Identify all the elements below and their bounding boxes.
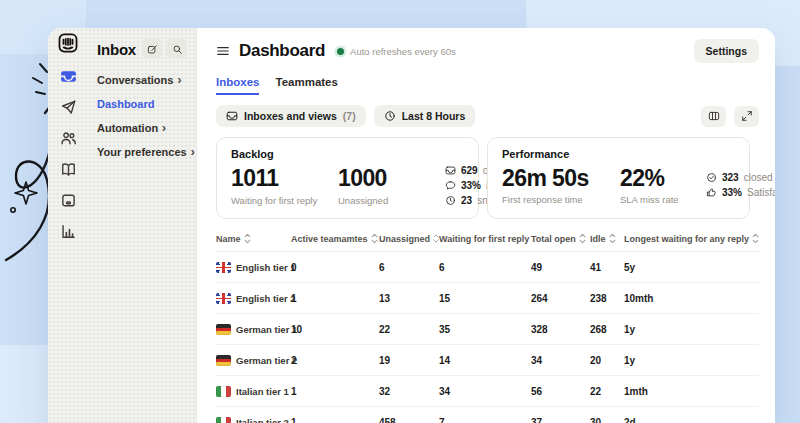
column-header-waiting-for-first-reply[interactable]: Waiting for first reply — [439, 233, 531, 244]
nav-title: Inbox — [97, 41, 136, 58]
people-icon[interactable] — [55, 125, 81, 151]
report-icon[interactable] — [55, 218, 81, 244]
cell-unassigned: 6 — [379, 262, 439, 273]
column-header-active-teamamtes[interactable]: Active teamamtes — [291, 233, 379, 244]
cell-active-teammates: 1 — [291, 386, 379, 397]
stat-sla-miss-rate: 22% SLA miss rate — [620, 165, 706, 205]
columns-button[interactable] — [701, 106, 726, 127]
it-flag-icon — [216, 386, 231, 397]
book-icon[interactable] — [55, 156, 81, 182]
inboxes-views-filter[interactable]: Inboxes and views (7) — [216, 105, 366, 127]
chevron-right-icon: › — [191, 146, 195, 158]
cell-total-open: 56 — [531, 386, 590, 397]
column-header-idle[interactable]: Idle — [590, 233, 624, 244]
chevron-right-icon: › — [177, 74, 181, 86]
cell-idle: 20 — [590, 355, 624, 366]
collapse-sidebar-icon[interactable] — [216, 44, 230, 58]
cell-waiting-for-first-reply: 34 — [439, 386, 531, 397]
time-range-filter[interactable]: Last 8 Hours — [374, 105, 476, 127]
inbox-name: Italian tier 2 — [236, 417, 289, 423]
nav-item-your-preferences[interactable]: Your preferences › — [97, 146, 187, 158]
inbox-nav-panel: Inbox Conversations › Dashboard Automa — [88, 28, 196, 423]
cell-unassigned: 458 — [379, 417, 439, 423]
clock-icon — [384, 110, 396, 122]
cell-idle: 30 — [590, 417, 624, 423]
page-title: Dashboard — [239, 41, 325, 61]
table-row[interactable]: Italian tier 1 1 32 34 56 22 1mth — [216, 376, 759, 407]
stat-closed: 323closed — [706, 172, 775, 183]
expand-button[interactable] — [734, 106, 759, 127]
table-row[interactable]: English tier 2 1 13 15 264 238 10mth — [216, 283, 759, 314]
table-row[interactable]: German tier 1 10 22 35 328 268 1y — [216, 314, 759, 345]
stat-first-response-time: 26m 50s First response time — [502, 165, 620, 205]
inbox-name: German tier 2 — [236, 355, 297, 366]
uk-flag-icon — [216, 262, 231, 273]
table-body: English tier 1 0 6 6 49 41 5y English ti… — [216, 252, 759, 423]
cell-active-teammates: 10 — [291, 324, 379, 335]
cell-longest-waiting: 1y — [624, 324, 759, 335]
table-row[interactable]: Italian tier 2 1 458 7 37 30 2d — [216, 407, 759, 423]
cell-unassigned: 13 — [379, 293, 439, 304]
inbox-icon[interactable] — [55, 63, 81, 89]
cell-idle: 238 — [590, 293, 624, 304]
cell-unassigned: 22 — [379, 324, 439, 335]
chat-bubble-icon — [445, 180, 456, 191]
it-flag-icon — [216, 417, 231, 423]
cell-idle: 41 — [590, 262, 624, 273]
columns-icon — [708, 110, 720, 122]
table-row[interactable]: English tier 1 0 6 6 49 41 5y — [216, 252, 759, 283]
compose-button[interactable] — [142, 39, 162, 59]
inbox-name: English tier 1 — [236, 262, 296, 273]
column-header-total-open[interactable]: Total open — [531, 233, 590, 244]
inbox-name: English tier 2 — [236, 293, 296, 304]
cell-waiting-for-first-reply: 35 — [439, 324, 531, 335]
inbox-icon — [445, 165, 456, 176]
nav-item-automation[interactable]: Automation › — [97, 122, 187, 134]
send-icon[interactable] — [55, 94, 81, 120]
settings-button[interactable]: Settings — [694, 39, 759, 63]
sparkle-doodle — [11, 182, 37, 212]
cell-active-teammates: 2 — [291, 355, 379, 366]
nav-item-dashboard[interactable]: Dashboard — [97, 98, 187, 110]
cell-unassigned: 32 — [379, 386, 439, 397]
cell-active-teammates: 1 — [291, 293, 379, 304]
tab-inboxes[interactable]: Inboxes — [216, 76, 259, 95]
sidebar: Inbox Conversations › Dashboard Automa — [48, 28, 196, 423]
cell-total-open: 328 — [531, 324, 590, 335]
cell-longest-waiting: 10mth — [624, 293, 759, 304]
main-content: Dashboard Auto refreshes every 60s Setti… — [196, 28, 775, 423]
card-title: Performance — [502, 148, 735, 160]
chevron-right-icon: › — [162, 122, 166, 134]
column-header-name[interactable]: Name — [216, 233, 291, 244]
column-header-unassigned[interactable]: Unassigned — [379, 233, 439, 244]
de-flag-icon — [216, 355, 231, 366]
card-title: Backlog — [231, 148, 464, 160]
sort-icon — [244, 233, 251, 244]
thumbs-up-icon — [706, 187, 717, 198]
cell-total-open: 264 — [531, 293, 590, 304]
table-row[interactable]: German tier 2 2 19 14 34 20 1y — [216, 345, 759, 376]
table-header-row: NameActive teamamtesUnassignedWaiting fo… — [216, 229, 759, 252]
cell-unassigned: 19 — [379, 355, 439, 366]
nav-item-conversations[interactable]: Conversations › — [97, 74, 187, 86]
cell-waiting-for-first-reply: 15 — [439, 293, 531, 304]
cell-total-open: 37 — [531, 417, 590, 423]
sort-icon — [371, 233, 378, 244]
sort-icon — [579, 233, 586, 244]
auto-refresh-status: Auto refreshes every 60s — [337, 46, 456, 57]
device-icon[interactable] — [55, 187, 81, 213]
cell-waiting-for-first-reply: 7 — [439, 417, 531, 423]
cell-longest-waiting: 2d — [624, 417, 759, 423]
search-button[interactable] — [167, 39, 187, 59]
sort-icon — [609, 233, 616, 244]
tab-teammates[interactable]: Teammates — [275, 76, 337, 95]
status-dot-icon — [337, 48, 344, 55]
inboxes-table: NameActive teamamtesUnassignedWaiting fo… — [216, 229, 759, 423]
filter-bar: Inboxes and views (7) Last 8 Hours — [216, 105, 759, 127]
cell-longest-waiting: 5y — [624, 262, 759, 273]
column-header-longest-waiting-for-any-reply[interactable]: Longest waiting for any reply — [624, 233, 759, 244]
check-circle-icon — [706, 172, 717, 183]
cell-active-teammates: 1 — [291, 417, 379, 423]
de-flag-icon — [216, 324, 231, 335]
cell-waiting-for-first-reply: 14 — [439, 355, 531, 366]
